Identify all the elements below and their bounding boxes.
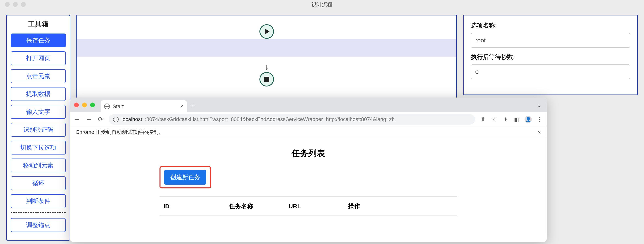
save-task-button[interactable]: 保存任务 [11, 33, 66, 47]
tool-extract-data[interactable]: 提取数据 [11, 87, 66, 101]
profile-avatar[interactable]: 👤 [524, 116, 532, 123]
wait-seconds-label: 执行后等待秒数: [471, 53, 630, 61]
tab-title: Start [113, 103, 124, 110]
address-bar[interactable]: i localhost:8074/taskGrid/taskList.html?… [108, 114, 475, 124]
page-title: 任务列表 [160, 148, 457, 159]
tab-list-chevron-icon[interactable]: ⌄ [537, 102, 542, 109]
extensions-puzzle-icon[interactable]: ✦ [502, 116, 509, 122]
option-name-label: 选项名称: [471, 21, 630, 30]
end-node[interactable] [260, 72, 274, 87]
tool-open-page[interactable]: 打开网页 [11, 51, 66, 65]
tool-click-element[interactable]: 点击元素 [11, 69, 66, 83]
browser-window: Start × + ⌄ ← → ⟳ i localhost:8074/taskG… [70, 98, 547, 242]
properties-panel: 选项名称: 执行后等待秒数: [463, 15, 638, 95]
stop-icon [264, 77, 269, 82]
tool-loop[interactable]: 循环 [11, 176, 66, 190]
browser-tabstrip: Start × + ⌄ [70, 98, 547, 112]
browser-toolbar: ← → ⟳ i localhost:8074/taskGrid/taskList… [70, 112, 547, 126]
browser-zoom-button[interactable] [90, 103, 95, 107]
toolbox-panel: 工具箱 保存任务 打开网页 点击元素 提取数据 输入文字 识别验证码 切换下拉选… [6, 15, 70, 241]
kebab-menu-icon[interactable]: ⋮ [536, 116, 543, 122]
wait-label-rest: 等待秒数: [489, 54, 515, 60]
app-title: 设计流程 [0, 1, 644, 8]
url-rest: :8074/taskGrid/taskList.html?wsport=8084… [145, 116, 395, 122]
back-button[interactable]: ← [74, 116, 81, 123]
create-task-highlight: 创建新任务 [160, 166, 211, 188]
tool-switch-dropdown[interactable]: 切换下拉选项 [11, 141, 66, 154]
automation-infobar: Chrome 正受到自动测试软件的控制。 × [70, 126, 547, 138]
tool-recognize-captcha[interactable]: 识别验证码 [11, 123, 66, 137]
toolbox-title: 工具箱 [11, 19, 66, 29]
tab-close-icon[interactable]: × [180, 103, 184, 110]
task-table: ID 任务名称 URL 操作 [160, 196, 457, 216]
new-tab-button[interactable]: + [191, 101, 195, 109]
create-task-button[interactable]: 创建新任务 [164, 170, 206, 185]
forward-button[interactable]: → [85, 116, 92, 123]
browser-close-button[interactable] [74, 103, 79, 107]
option-name-input[interactable] [471, 33, 630, 48]
traffic-light-minimize[interactable] [13, 2, 18, 7]
tool-input-text[interactable]: 输入文字 [11, 105, 66, 119]
wait-seconds-input[interactable] [471, 64, 630, 79]
col-id: ID [160, 197, 225, 216]
sidepanel-icon[interactable]: ◧ [513, 116, 520, 122]
toolbox-separator [11, 212, 66, 213]
tool-condition[interactable]: 判断条件 [11, 194, 66, 208]
page-content: 任务列表 创建新任务 ID 任务名称 URL 操作 [70, 138, 547, 242]
url-host: localhost [122, 116, 142, 122]
browser-tab[interactable]: Start × [100, 100, 187, 112]
infobar-close-icon[interactable]: × [538, 129, 541, 136]
col-actions: 操作 [344, 197, 457, 216]
traffic-light-zoom[interactable] [21, 2, 26, 7]
wait-label-bold: 执行后 [471, 54, 489, 60]
mac-traffic-lights [5, 2, 26, 7]
tool-adjust-anchor[interactable]: 调整锚点 [11, 218, 66, 232]
bookmark-star-icon[interactable]: ☆ [491, 116, 498, 122]
traffic-light-close[interactable] [5, 2, 10, 7]
infobar-text: Chrome 正受到自动测试软件的控制。 [76, 129, 164, 136]
share-icon[interactable]: ⇧ [480, 116, 486, 122]
col-task-name: 任务名称 [225, 197, 284, 216]
flow-drop-row[interactable] [77, 39, 456, 57]
tool-move-to-element[interactable]: 移动到元素 [11, 158, 66, 172]
arrow-down-icon: ↓ [265, 62, 269, 71]
browser-traffic-lights [74, 103, 95, 107]
start-node[interactable] [260, 24, 274, 39]
col-url: URL [284, 197, 344, 216]
browser-minimize-button[interactable] [82, 103, 87, 107]
play-icon [265, 29, 270, 34]
table-header-row: ID 任务名称 URL 操作 [160, 197, 457, 216]
reload-button[interactable]: ⟳ [97, 116, 104, 123]
app-titlebar: 设计流程 [0, 0, 644, 9]
globe-icon [104, 104, 110, 109]
site-info-icon[interactable]: i [113, 117, 119, 122]
